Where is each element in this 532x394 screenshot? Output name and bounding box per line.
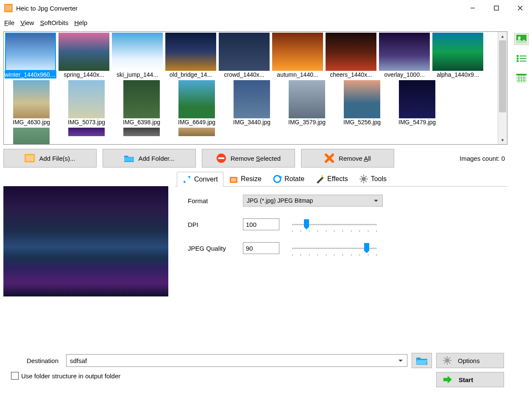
thumbnail-item[interactable]: IMG_3579.jpg [280, 80, 334, 126]
add-files-button[interactable]: Add File(s)... [3, 149, 97, 168]
format-select[interactable]: JPG (*.jpg) JPEG Bitmap [243, 195, 383, 207]
format-label: Format [188, 197, 243, 204]
thumbnail-image [399, 80, 435, 118]
add-folder-label: Add Folder... [138, 155, 174, 162]
thumbnail-label: crowd_1440x... [218, 71, 270, 78]
thumbnail-item[interactable]: winter_1440x960.heic [5, 33, 56, 78]
menu-softorbits[interactable]: SoftOrbits [40, 19, 68, 26]
remove-all-button[interactable]: Remove All [301, 149, 394, 168]
gallery-scrollbar[interactable]: ▲ ▼ [498, 32, 507, 144]
thumbnail-image [112, 33, 163, 71]
tab-convert-label: Convert [194, 176, 218, 183]
thumbnail-item[interactable]: cheers_1440x... [325, 33, 377, 78]
quality-input[interactable] [243, 242, 279, 254]
menu-view[interactable]: View [20, 19, 34, 26]
use-folder-structure-checkbox[interactable] [11, 372, 19, 380]
minimize-button[interactable] [461, 0, 485, 16]
tab-rotate[interactable]: Rotate [267, 171, 310, 186]
menu-help[interactable]: Help [74, 19, 87, 26]
svg-point-12 [274, 176, 281, 182]
thumbnail-gallery: winter_1440x960.heicspring_1440x...ski_j… [3, 31, 507, 145]
start-label: Start [459, 376, 473, 383]
dpi-input[interactable] [243, 218, 279, 230]
svg-rect-3 [494, 6, 499, 10]
svg-line-21 [365, 181, 367, 182]
thumbnail-item[interactable]: ski_jump_144... [111, 33, 163, 78]
thumbnail-item[interactable]: IMG_4630.jpg [5, 80, 58, 126]
thumbnail-item[interactable]: spring_1440x... [58, 33, 110, 78]
window-title: Heic to Jpg Converter [16, 5, 461, 12]
svg-line-23 [361, 181, 362, 182]
view-thumbnails-button[interactable] [514, 33, 529, 45]
thumbnail-item[interactable]: autumn_1440... [272, 33, 323, 78]
add-folder-icon [124, 153, 134, 163]
scroll-up-icon[interactable]: ▲ [498, 32, 507, 40]
tab-resize[interactable]: Resize [223, 171, 267, 186]
remove-selected-button[interactable]: Remove Selected [202, 149, 295, 168]
add-folder-button[interactable]: Add Folder... [103, 149, 196, 168]
start-button[interactable]: Start [436, 372, 504, 387]
destination-input[interactable]: sdfsaf [66, 354, 407, 367]
thumbnail-item[interactable]: IMG_6649.jpg [170, 80, 223, 126]
options-button[interactable]: Options [436, 353, 504, 368]
thumbnail-item[interactable]: alpha_1440x9... [432, 33, 484, 78]
thumbnail-item[interactable] [60, 128, 113, 144]
titlebar: Heic to Jpg Converter [0, 0, 532, 16]
preview-image [3, 186, 168, 296]
thumbnail-item[interactable]: IMG_6398.jpg [115, 80, 168, 126]
maximize-button[interactable] [485, 0, 508, 16]
thumbnail-item[interactable]: IMG_3711.jpg [5, 128, 58, 144]
menu-file[interactable]: File [4, 19, 14, 26]
thumbnail-image [289, 80, 325, 118]
thumbnail-image [379, 33, 430, 71]
thumbnail-label: spring_1440x... [58, 71, 110, 78]
thumbnail-item[interactable] [170, 128, 223, 144]
thumbnail-label: old_bridge_14... [165, 71, 217, 78]
svg-rect-7 [26, 155, 33, 161]
svg-rect-11 [231, 178, 236, 182]
thumbnail-item[interactable]: crowd_1440x... [218, 33, 270, 78]
destination-label: Destination [7, 357, 62, 364]
tab-resize-label: Resize [241, 175, 262, 183]
thumbnail-label: IMG_6649.jpg [171, 118, 223, 126]
view-details-button[interactable] [514, 72, 529, 84]
close-button[interactable] [508, 0, 532, 16]
thumbnail-item[interactable]: IMG_5073.jpg [60, 80, 113, 126]
tab-rotate-label: Rotate [284, 175, 304, 183]
quality-slider[interactable] [292, 242, 377, 254]
svg-point-15 [362, 177, 366, 181]
thumbnail-image [123, 128, 160, 136]
thumbnail-image [13, 128, 50, 144]
thumbnail-image [68, 80, 105, 118]
thumbnail-image [178, 80, 215, 118]
thumbnail-item[interactable]: IMG_5479.jpg [390, 80, 444, 126]
thumbnail-label: overlay_1000... [379, 71, 430, 78]
dpi-slider-handle[interactable] [304, 219, 309, 227]
view-list-button[interactable] [514, 53, 529, 64]
thumbnail-label: cheers_1440x... [325, 71, 377, 78]
svg-rect-1 [6, 5, 11, 11]
thumbnail-image [13, 80, 50, 118]
thumbnail-item[interactable] [115, 128, 168, 144]
thumbnail-item[interactable]: overlay_1000... [379, 33, 430, 78]
thumbnail-item[interactable]: IMG_5256.jpg [335, 80, 389, 126]
scrollbar-thumb[interactable] [499, 40, 506, 112]
thumbnail-label: IMG_4630.jpg [6, 118, 57, 126]
quality-slider-handle[interactable] [364, 243, 369, 251]
scroll-down-icon[interactable]: ▼ [498, 136, 507, 144]
tab-effects-label: Effects [327, 175, 348, 183]
browse-button[interactable] [412, 353, 432, 368]
svg-point-35 [517, 55, 519, 57]
thumbnail-item[interactable]: old_bridge_14... [165, 33, 217, 78]
dpi-slider[interactable] [292, 218, 377, 230]
tab-convert[interactable]: Convert [177, 172, 223, 187]
thumbnail-item[interactable]: IMG_3440.jpg [225, 80, 279, 126]
svg-line-29 [444, 358, 446, 359]
add-files-icon [25, 153, 35, 163]
svg-line-22 [365, 176, 367, 177]
rotate-icon [273, 174, 282, 184]
svg-line-31 [449, 358, 450, 359]
tab-tools[interactable]: Tools [354, 171, 392, 186]
thumbnail-image [272, 33, 323, 71]
tab-effects[interactable]: Effects [310, 171, 354, 186]
